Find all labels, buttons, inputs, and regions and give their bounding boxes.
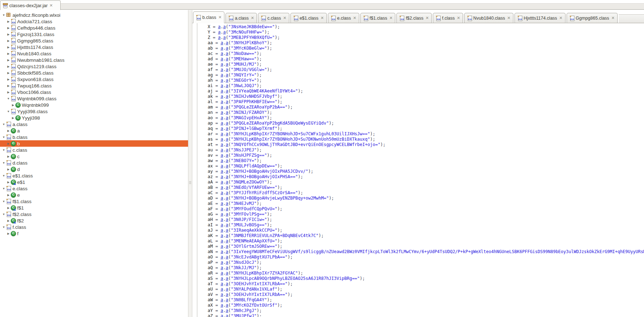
close-icon[interactable]: ✕: [251, 16, 254, 20]
tab-b-class[interactable]: 010b.class✕: [193, 11, 224, 23]
chevron-expanded-icon[interactable]: ▼: [1, 149, 6, 152]
chevron-collapsed-icon[interactable]: ▶: [6, 20, 11, 23]
tab-e-class[interactable]: 010e.class✕: [328, 13, 359, 23]
tree-row[interactable]: ▼010f$1.class: [0, 198, 188, 205]
close-icon[interactable]: ✕: [389, 16, 392, 20]
method-link[interactable]: a: [226, 46, 228, 51]
tree-row[interactable]: ▶010Sbbctkf585.class: [0, 70, 188, 76]
tree-row[interactable]: ▶010Cefhdps446.class: [0, 25, 188, 31]
method-link[interactable]: a: [226, 201, 228, 206]
chevron-expanded-icon[interactable]: ▼: [1, 200, 6, 203]
method-link[interactable]: a: [226, 110, 228, 115]
chevron-collapsed-icon[interactable]: ▶: [6, 59, 11, 62]
method-link[interactable]: a: [226, 222, 228, 227]
method-link[interactable]: a: [226, 303, 228, 308]
method-link[interactable]: a: [226, 158, 228, 163]
chevron-expanded-icon[interactable]: ▼: [1, 187, 6, 190]
chevron-collapsed-icon[interactable]: ▶: [6, 193, 11, 197]
method-link[interactable]: a: [226, 212, 228, 217]
chevron-collapsed-icon[interactable]: ▶: [11, 116, 15, 120]
method-link[interactable]: a: [226, 153, 228, 158]
tree-row[interactable]: ▼010e.class: [0, 185, 188, 192]
method-link[interactable]: a: [226, 233, 228, 238]
method-link[interactable]: a: [226, 185, 228, 190]
tree-row[interactable]: ▶c: [0, 153, 188, 160]
method-link[interactable]: a: [226, 126, 228, 131]
chevron-collapsed-icon[interactable]: ▶: [6, 26, 11, 30]
chevron-expanded-icon[interactable]: ▼: [1, 123, 6, 126]
method-link[interactable]: a: [226, 142, 228, 147]
chevron-expanded-icon[interactable]: ▼: [1, 213, 6, 216]
tree-row[interactable]: ▶010Fgxzoj1331.class: [0, 31, 188, 37]
method-link[interactable]: a: [226, 131, 228, 136]
tree-row[interactable]: ▶b: [0, 140, 188, 147]
tree-row[interactable]: ▶f: [0, 230, 188, 237]
chevron-expanded-icon[interactable]: ▼: [1, 174, 6, 177]
close-icon[interactable]: ✕: [426, 16, 429, 20]
method-link[interactable]: a: [226, 297, 228, 302]
tab-Ggmpg865-class[interactable]: 010Ggmpg865.class✕: [567, 13, 618, 23]
chevron-collapsed-icon[interactable]: ▶: [6, 78, 11, 81]
method-link[interactable]: a: [226, 105, 228, 110]
tree-row[interactable]: ▶010Sxpvon618.class: [0, 76, 188, 82]
tree-row[interactable]: ▼010d.class: [0, 160, 188, 166]
chevron-collapsed-icon[interactable]: ▶: [6, 206, 11, 210]
method-link[interactable]: a: [226, 190, 228, 195]
method-link[interactable]: a: [226, 249, 228, 254]
method-link[interactable]: a: [226, 244, 228, 249]
method-link[interactable]: a: [223, 24, 225, 29]
tree-row[interactable]: ▶a: [0, 127, 188, 134]
chevron-collapsed-icon[interactable]: ▶: [6, 129, 11, 132]
chevron-collapsed-icon[interactable]: ▶: [11, 104, 15, 107]
close-icon[interactable]: ✕: [320, 16, 324, 20]
tree-row[interactable]: ▶e$1: [0, 179, 188, 185]
method-link[interactable]: a: [226, 121, 228, 126]
tree-row[interactable]: ▼010a.class: [0, 121, 188, 127]
tree-row[interactable]: ▼010b.class: [0, 134, 188, 140]
tree-row[interactable]: ▼010Wqntnbk099.class: [0, 95, 188, 102]
close-icon[interactable]: ✕: [457, 16, 460, 20]
method-link[interactable]: a: [226, 56, 228, 61]
tree-row[interactable]: ▶010Nwubmnab1981.class: [0, 57, 188, 63]
tree-row[interactable]: ▶010Qdzcjrs1219.class: [0, 63, 188, 70]
method-link[interactable]: a: [226, 137, 228, 142]
tree-row[interactable]: ▼ajefndcz.fliconpb.wlxoi: [0, 12, 188, 18]
method-link[interactable]: a: [226, 62, 228, 67]
chevron-collapsed-icon[interactable]: ▶: [6, 219, 11, 222]
method-link[interactable]: a: [226, 115, 228, 120]
method-link[interactable]: a: [226, 255, 228, 260]
tab-f-1-class[interactable]: 010f$1.class✕: [360, 13, 396, 23]
tab-Hjxttts1174-class[interactable]: 010Hjxttts1174.class✕: [514, 13, 566, 23]
chevron-collapsed-icon[interactable]: ▶: [6, 39, 11, 42]
method-link[interactable]: a: [226, 99, 228, 104]
close-icon[interactable]: ✕: [50, 4, 53, 7]
method-link[interactable]: a: [226, 276, 228, 281]
chevron-collapsed-icon[interactable]: ▶: [6, 155, 11, 158]
tab-a-class[interactable]: 010a.class✕: [225, 13, 257, 23]
method-link[interactable]: a: [226, 308, 228, 313]
tree-row[interactable]: ▼010f$2.class: [0, 211, 188, 217]
close-icon[interactable]: ✕: [559, 16, 562, 20]
tab-Nvub1840-class[interactable]: 010Nvub1840.class✕: [464, 13, 513, 23]
close-icon[interactable]: ✕: [283, 16, 286, 20]
chevron-collapsed-icon[interactable]: ▶: [6, 46, 11, 49]
chevron-expanded-icon[interactable]: ▼: [6, 110, 11, 113]
method-link[interactable]: a: [226, 281, 228, 286]
method-link[interactable]: a: [226, 40, 228, 45]
tree-row[interactable]: ▶010Nvub1840.class: [0, 50, 188, 57]
tree-row[interactable]: ▶010Ggmpg865.class: [0, 37, 188, 44]
tree-row[interactable]: ▼010f.class: [0, 224, 188, 230]
method-link[interactable]: a: [226, 94, 228, 99]
method-link[interactable]: a: [226, 147, 228, 152]
method-link[interactable]: a: [226, 206, 228, 211]
tree-row[interactable]: ▶Wqntnbk099: [0, 102, 188, 108]
method-link[interactable]: a: [226, 67, 228, 72]
close-icon[interactable]: ✕: [611, 16, 614, 20]
method-link[interactable]: a: [226, 78, 228, 83]
tree-row[interactable]: ▶f$2: [0, 217, 188, 224]
method-link[interactable]: a: [226, 163, 228, 168]
close-icon[interactable]: ✕: [507, 16, 511, 20]
chevron-expanded-icon[interactable]: ▼: [1, 226, 6, 229]
method-link[interactable]: a: [226, 228, 228, 233]
chevron-expanded-icon[interactable]: ▼: [1, 14, 6, 17]
